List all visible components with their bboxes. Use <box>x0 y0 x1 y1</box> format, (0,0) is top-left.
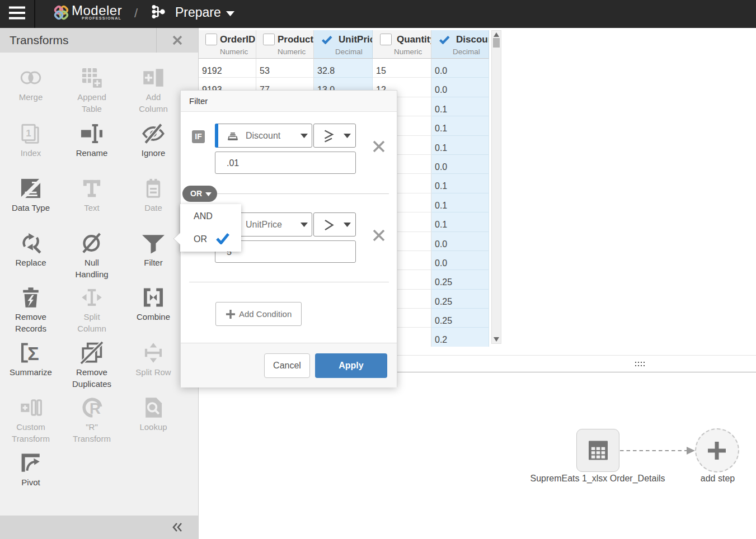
svg-text:Σ: Σ <box>27 343 39 364</box>
svg-text:1: 1 <box>26 128 31 139</box>
svg-text:R: R <box>90 400 101 417</box>
